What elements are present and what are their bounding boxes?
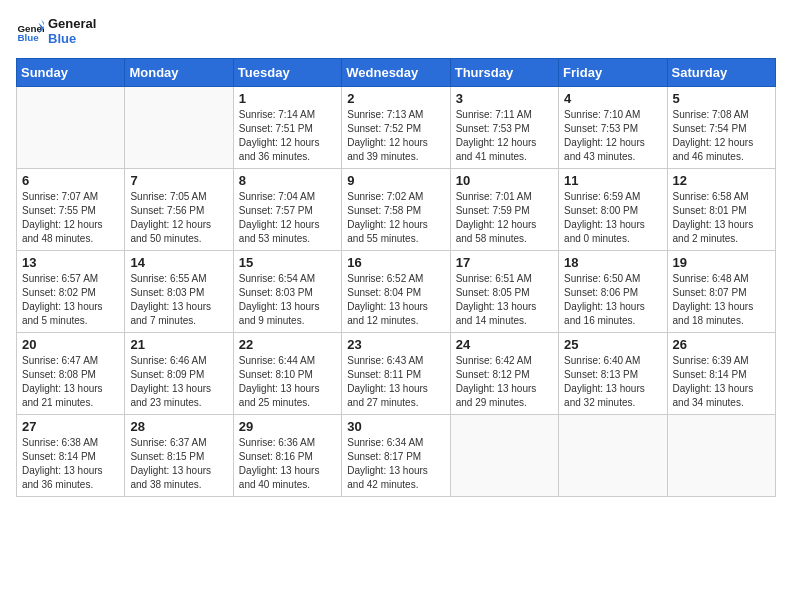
day-info: Sunrise: 6:37 AM Sunset: 8:15 PM Dayligh… [130, 436, 227, 492]
day-info: Sunrise: 6:52 AM Sunset: 8:04 PM Dayligh… [347, 272, 444, 328]
calendar-cell: 14Sunrise: 6:55 AM Sunset: 8:03 PM Dayli… [125, 251, 233, 333]
day-number: 25 [564, 337, 661, 352]
day-info: Sunrise: 6:46 AM Sunset: 8:09 PM Dayligh… [130, 354, 227, 410]
logo-icon: General Blue [16, 17, 44, 45]
day-info: Sunrise: 6:39 AM Sunset: 8:14 PM Dayligh… [673, 354, 770, 410]
calendar-cell: 2Sunrise: 7:13 AM Sunset: 7:52 PM Daylig… [342, 87, 450, 169]
day-info: Sunrise: 7:13 AM Sunset: 7:52 PM Dayligh… [347, 108, 444, 164]
calendar-cell: 15Sunrise: 6:54 AM Sunset: 8:03 PM Dayli… [233, 251, 341, 333]
day-info: Sunrise: 7:08 AM Sunset: 7:54 PM Dayligh… [673, 108, 770, 164]
logo: General Blue General Blue [16, 16, 96, 46]
day-number: 10 [456, 173, 553, 188]
day-number: 30 [347, 419, 444, 434]
calendar-cell: 4Sunrise: 7:10 AM Sunset: 7:53 PM Daylig… [559, 87, 667, 169]
day-number: 29 [239, 419, 336, 434]
day-info: Sunrise: 6:58 AM Sunset: 8:01 PM Dayligh… [673, 190, 770, 246]
calendar-cell [667, 415, 775, 497]
calendar-cell: 23Sunrise: 6:43 AM Sunset: 8:11 PM Dayli… [342, 333, 450, 415]
day-info: Sunrise: 6:40 AM Sunset: 8:13 PM Dayligh… [564, 354, 661, 410]
day-number: 6 [22, 173, 119, 188]
day-number: 8 [239, 173, 336, 188]
day-info: Sunrise: 6:59 AM Sunset: 8:00 PM Dayligh… [564, 190, 661, 246]
day-number: 4 [564, 91, 661, 106]
weekday-header-wednesday: Wednesday [342, 59, 450, 87]
calendar-week-row: 20Sunrise: 6:47 AM Sunset: 8:08 PM Dayli… [17, 333, 776, 415]
day-info: Sunrise: 6:42 AM Sunset: 8:12 PM Dayligh… [456, 354, 553, 410]
day-number: 7 [130, 173, 227, 188]
calendar-cell: 5Sunrise: 7:08 AM Sunset: 7:54 PM Daylig… [667, 87, 775, 169]
calendar-cell: 10Sunrise: 7:01 AM Sunset: 7:59 PM Dayli… [450, 169, 558, 251]
calendar-cell: 27Sunrise: 6:38 AM Sunset: 8:14 PM Dayli… [17, 415, 125, 497]
day-info: Sunrise: 6:54 AM Sunset: 8:03 PM Dayligh… [239, 272, 336, 328]
day-number: 12 [673, 173, 770, 188]
day-info: Sunrise: 7:14 AM Sunset: 7:51 PM Dayligh… [239, 108, 336, 164]
day-number: 28 [130, 419, 227, 434]
day-info: Sunrise: 6:55 AM Sunset: 8:03 PM Dayligh… [130, 272, 227, 328]
day-info: Sunrise: 7:01 AM Sunset: 7:59 PM Dayligh… [456, 190, 553, 246]
day-number: 3 [456, 91, 553, 106]
calendar-cell: 8Sunrise: 7:04 AM Sunset: 7:57 PM Daylig… [233, 169, 341, 251]
day-info: Sunrise: 6:57 AM Sunset: 8:02 PM Dayligh… [22, 272, 119, 328]
day-info: Sunrise: 6:44 AM Sunset: 8:10 PM Dayligh… [239, 354, 336, 410]
calendar-cell: 21Sunrise: 6:46 AM Sunset: 8:09 PM Dayli… [125, 333, 233, 415]
logo-blue: Blue [48, 31, 96, 46]
day-number: 5 [673, 91, 770, 106]
calendar-week-row: 1Sunrise: 7:14 AM Sunset: 7:51 PM Daylig… [17, 87, 776, 169]
day-info: Sunrise: 6:34 AM Sunset: 8:17 PM Dayligh… [347, 436, 444, 492]
calendar-cell: 17Sunrise: 6:51 AM Sunset: 8:05 PM Dayli… [450, 251, 558, 333]
day-number: 26 [673, 337, 770, 352]
calendar-cell: 16Sunrise: 6:52 AM Sunset: 8:04 PM Dayli… [342, 251, 450, 333]
calendar-week-row: 27Sunrise: 6:38 AM Sunset: 8:14 PM Dayli… [17, 415, 776, 497]
calendar-cell [559, 415, 667, 497]
calendar-body: 1Sunrise: 7:14 AM Sunset: 7:51 PM Daylig… [17, 87, 776, 497]
day-number: 27 [22, 419, 119, 434]
calendar-cell [450, 415, 558, 497]
weekday-header-friday: Friday [559, 59, 667, 87]
calendar-cell: 11Sunrise: 6:59 AM Sunset: 8:00 PM Dayli… [559, 169, 667, 251]
day-number: 18 [564, 255, 661, 270]
day-info: Sunrise: 7:04 AM Sunset: 7:57 PM Dayligh… [239, 190, 336, 246]
day-number: 2 [347, 91, 444, 106]
day-number: 9 [347, 173, 444, 188]
calendar-cell: 29Sunrise: 6:36 AM Sunset: 8:16 PM Dayli… [233, 415, 341, 497]
day-number: 13 [22, 255, 119, 270]
day-number: 20 [22, 337, 119, 352]
day-number: 15 [239, 255, 336, 270]
day-info: Sunrise: 6:47 AM Sunset: 8:08 PM Dayligh… [22, 354, 119, 410]
day-number: 11 [564, 173, 661, 188]
weekday-header-monday: Monday [125, 59, 233, 87]
calendar-cell: 3Sunrise: 7:11 AM Sunset: 7:53 PM Daylig… [450, 87, 558, 169]
calendar-cell: 26Sunrise: 6:39 AM Sunset: 8:14 PM Dayli… [667, 333, 775, 415]
day-info: Sunrise: 7:02 AM Sunset: 7:58 PM Dayligh… [347, 190, 444, 246]
calendar-cell: 13Sunrise: 6:57 AM Sunset: 8:02 PM Dayli… [17, 251, 125, 333]
calendar-cell: 24Sunrise: 6:42 AM Sunset: 8:12 PM Dayli… [450, 333, 558, 415]
day-info: Sunrise: 7:11 AM Sunset: 7:53 PM Dayligh… [456, 108, 553, 164]
calendar-cell: 28Sunrise: 6:37 AM Sunset: 8:15 PM Dayli… [125, 415, 233, 497]
day-info: Sunrise: 6:36 AM Sunset: 8:16 PM Dayligh… [239, 436, 336, 492]
day-info: Sunrise: 7:05 AM Sunset: 7:56 PM Dayligh… [130, 190, 227, 246]
calendar-cell: 1Sunrise: 7:14 AM Sunset: 7:51 PM Daylig… [233, 87, 341, 169]
calendar-week-row: 6Sunrise: 7:07 AM Sunset: 7:55 PM Daylig… [17, 169, 776, 251]
day-info: Sunrise: 7:10 AM Sunset: 7:53 PM Dayligh… [564, 108, 661, 164]
day-info: Sunrise: 6:48 AM Sunset: 8:07 PM Dayligh… [673, 272, 770, 328]
calendar-cell: 30Sunrise: 6:34 AM Sunset: 8:17 PM Dayli… [342, 415, 450, 497]
calendar-cell: 18Sunrise: 6:50 AM Sunset: 8:06 PM Dayli… [559, 251, 667, 333]
weekday-header-sunday: Sunday [17, 59, 125, 87]
day-number: 19 [673, 255, 770, 270]
weekday-header-tuesday: Tuesday [233, 59, 341, 87]
calendar-cell: 20Sunrise: 6:47 AM Sunset: 8:08 PM Dayli… [17, 333, 125, 415]
calendar-cell: 6Sunrise: 7:07 AM Sunset: 7:55 PM Daylig… [17, 169, 125, 251]
weekday-header-saturday: Saturday [667, 59, 775, 87]
day-number: 14 [130, 255, 227, 270]
day-info: Sunrise: 6:38 AM Sunset: 8:14 PM Dayligh… [22, 436, 119, 492]
calendar-cell: 19Sunrise: 6:48 AM Sunset: 8:07 PM Dayli… [667, 251, 775, 333]
calendar-cell: 7Sunrise: 7:05 AM Sunset: 7:56 PM Daylig… [125, 169, 233, 251]
calendar-cell: 9Sunrise: 7:02 AM Sunset: 7:58 PM Daylig… [342, 169, 450, 251]
day-number: 24 [456, 337, 553, 352]
day-info: Sunrise: 6:50 AM Sunset: 8:06 PM Dayligh… [564, 272, 661, 328]
day-number: 1 [239, 91, 336, 106]
day-info: Sunrise: 6:51 AM Sunset: 8:05 PM Dayligh… [456, 272, 553, 328]
day-info: Sunrise: 6:43 AM Sunset: 8:11 PM Dayligh… [347, 354, 444, 410]
page-header: General Blue General Blue [16, 16, 776, 46]
calendar-cell: 22Sunrise: 6:44 AM Sunset: 8:10 PM Dayli… [233, 333, 341, 415]
